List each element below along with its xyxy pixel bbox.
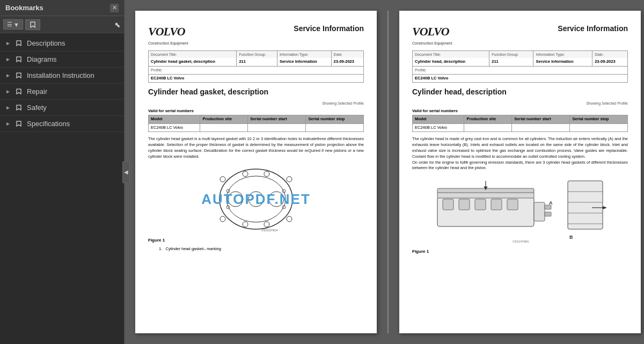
col-model-right: Model	[413, 115, 464, 124]
svg-point-3	[248, 192, 264, 207]
doc-title-value-r: Cylinder head, description	[413, 58, 489, 66]
bookmark-nav-icon	[15, 88, 23, 96]
col-serial-start-left: Serial number start	[248, 115, 306, 124]
expand-arrow-icon: ►	[5, 89, 11, 94]
serial-row-prod-left	[200, 123, 248, 132]
service-info-title-left: Service Information	[294, 24, 364, 34]
svg-text:A: A	[549, 200, 553, 206]
doc-table-right: Document Title: Function Group: Informat…	[412, 50, 628, 83]
svg-point-12	[287, 216, 292, 222]
func-group-value: 211	[237, 58, 277, 66]
volvo-sub-right: Construction Equipment	[412, 41, 452, 46]
bookmark-nav-icon	[15, 56, 23, 63]
sidebar: Bookmarks ✕ ☰ ▼ ⬉ ►	[0, 0, 125, 344]
content-area: VOLVO Construction Equipment Service Inf…	[125, 0, 644, 344]
func-group-label: Function Group:	[237, 50, 277, 58]
svg-rect-22	[459, 199, 470, 210]
serial-table-right: Model Production site Serial number star…	[412, 115, 628, 132]
body-text-right: The cylinder head is made of grey cast i…	[412, 136, 628, 171]
profile-value-left: EC240B LC Volvo	[149, 74, 364, 83]
profile-value-right: EC240B LC Volvo	[413, 74, 628, 83]
bookmark-add-button[interactable]	[25, 19, 40, 30]
cursor-icon: ⬉	[114, 20, 121, 29]
info-type-value-r: Service Information	[533, 58, 592, 66]
svg-text:B: B	[569, 235, 573, 240]
sidebar-item-descriptions[interactable]: ► Descriptions	[0, 35, 124, 52]
func-group-label-r: Function Group:	[489, 50, 533, 58]
svg-rect-26	[534, 202, 545, 221]
expand-arrow-icon: ►	[5, 72, 11, 78]
bookmark-nav-icon	[15, 104, 23, 112]
svg-point-1	[226, 176, 286, 222]
list-view-button[interactable]: ☰ ▼	[3, 19, 23, 30]
pdf-viewer[interactable]: VOLVO Construction Equipment Service Inf…	[125, 0, 644, 344]
svg-text:V10137614: V10137614	[261, 229, 278, 232]
sidebar-item-safety-label: Safety	[27, 104, 119, 112]
col-prod-right: Production site	[464, 115, 512, 124]
svg-rect-23	[475, 199, 486, 210]
sidebar-nav: ► Descriptions ► Diagrams ►	[0, 33, 124, 344]
sidebar-item-installation-label: Installation Instruction	[27, 71, 119, 79]
serial-row-model-left: EC240B LC Volvo	[149, 123, 200, 132]
bookmark-nav-icon	[15, 72, 23, 79]
body-text-left: The cylinder head gasket is a multi laye…	[148, 136, 364, 160]
svg-point-9	[220, 216, 225, 222]
left-pdf-page: VOLVO Construction Equipment Service Inf…	[135, 11, 377, 333]
left-page-header: VOLVO Construction Equipment Service Inf…	[148, 24, 364, 46]
dropdown-arrow-icon: ▼	[13, 21, 19, 28]
figure-label-left: Figure 1	[148, 237, 364, 243]
svg-rect-21	[443, 199, 453, 210]
svg-point-4	[269, 192, 284, 207]
sidebar-item-specifications[interactable]: ► Specifications	[0, 116, 124, 132]
sidebar-item-installation[interactable]: ► Installation Instruction	[0, 68, 124, 84]
gasket-figure: AUTOPDF.NET	[148, 164, 364, 234]
serial-row-start-right	[512, 123, 570, 132]
right-page-header: VOLVO Construction Equipment Service Inf…	[412, 24, 628, 46]
sidebar-item-safety[interactable]: ► Safety	[0, 100, 124, 116]
info-type-value: Service Information	[277, 58, 331, 66]
sidebar-collapse-handle[interactable]: ◀	[122, 162, 130, 183]
sidebar-toolbar: ☰ ▼ ⬉	[0, 16, 124, 33]
svg-rect-27	[545, 205, 551, 209]
svg-point-6	[243, 171, 248, 177]
gasket-svg: V10137614	[213, 164, 299, 234]
sidebar-item-diagrams[interactable]: ► Diagrams	[0, 52, 124, 68]
expand-arrow-icon: ►	[5, 40, 11, 46]
showing-profile-left: Showing Selected Profile	[148, 101, 364, 106]
col-serial-start-right: Serial number start	[512, 115, 570, 124]
sidebar-item-diagrams-label: Diagrams	[27, 55, 119, 63]
col-serial-stop-left: Serial number stop	[306, 115, 364, 124]
page-divider	[387, 11, 389, 333]
sidebar-item-repair[interactable]: ► Repair	[0, 84, 124, 100]
doc-title-label-r: Document Title:	[413, 50, 489, 58]
svg-rect-28	[545, 212, 551, 216]
svg-rect-20	[437, 188, 534, 193]
col-serial-stop-right: Serial number stop	[570, 115, 628, 124]
serial-row-stop-right	[570, 123, 628, 132]
date-label: Date:	[331, 50, 363, 58]
col-model-left: Model	[149, 115, 200, 124]
sidebar-item-descriptions-label: Descriptions	[27, 39, 119, 47]
doc-title-label: Document Title:	[149, 50, 237, 58]
date-value-r: 23-09-2023	[592, 58, 628, 66]
doc-table-left: Document Title: Function Group: Informat…	[148, 50, 364, 83]
showing-profile-right: Showing Selected Profile	[412, 101, 628, 106]
svg-rect-24	[491, 199, 502, 210]
serial-row-stop-left	[306, 123, 364, 132]
left-page-title: Cylinder head gasket, description	[148, 87, 364, 98]
close-button[interactable]: ✕	[110, 4, 119, 12]
expand-arrow-icon: ►	[5, 121, 11, 127]
svg-point-10	[243, 222, 248, 227]
serial-row-model-right: EC240B LC Volvo	[413, 123, 464, 132]
expand-arrow-icon: ►	[5, 56, 11, 62]
svg-point-8	[287, 177, 292, 182]
svg-rect-25	[507, 199, 518, 210]
svg-point-5	[220, 177, 225, 182]
info-type-label: Information Type:	[277, 50, 331, 58]
func-group-value-r: 211	[489, 58, 533, 66]
right-page-title: Cylinder head, description	[412, 87, 628, 98]
serial-row-start-left	[248, 123, 306, 132]
figure-label-right: Figure 1	[412, 248, 628, 254]
cylinder-head-svg: A V10147691	[432, 175, 561, 245]
cylinder-head-figure: A V10147691	[412, 175, 628, 245]
